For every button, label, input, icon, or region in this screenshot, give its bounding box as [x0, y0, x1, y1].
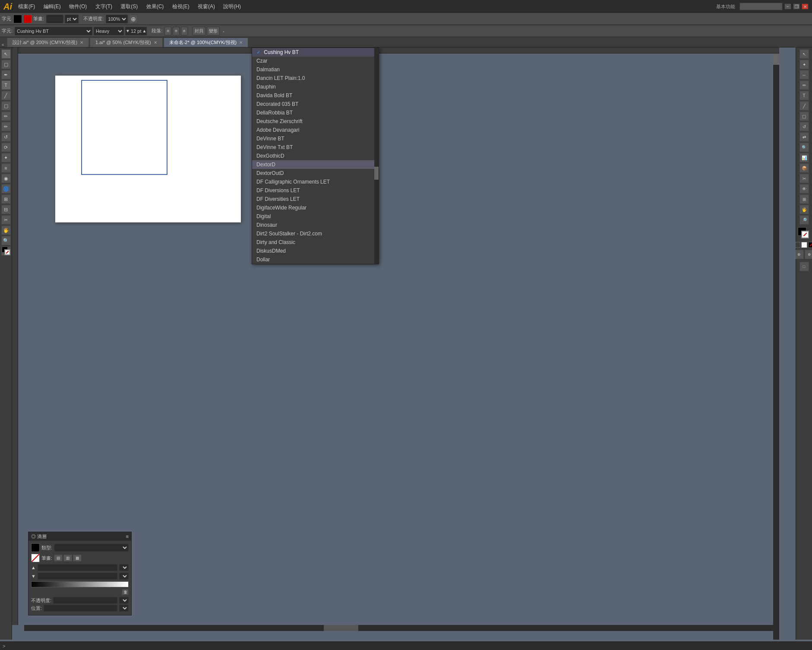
layer-btn-3[interactable]: ▦ — [73, 555, 82, 561]
menu-select[interactable]: 選取(S) — [117, 3, 141, 10]
layer-black-swatch[interactable] — [31, 543, 40, 552]
rt-select[interactable]: ↖ — [799, 49, 809, 59]
layers-type-select[interactable] — [54, 544, 129, 552]
tab-0-close[interactable]: ✕ — [80, 40, 83, 45]
rt-hand[interactable]: 🖐 — [799, 205, 809, 214]
tool-select[interactable]: ↖ — [1, 49, 11, 59]
layers-opacity-dropdown[interactable] — [119, 564, 129, 571]
black-btn[interactable] — [808, 242, 812, 248]
tool-slice[interactable]: ✂ — [1, 215, 11, 225]
font-item-15[interactable]: DF Calligraphic Ornaments LET — [252, 178, 379, 186]
align-right-btn[interactable]: ≡ — [181, 27, 188, 35]
fill-swatch[interactable] — [13, 15, 22, 23]
font-item-6[interactable]: Decorated 035 BT — [252, 100, 379, 108]
rt-chart[interactable]: 📊 — [799, 153, 809, 162]
menu-object[interactable]: 物件(O) — [66, 3, 90, 10]
tool-hand[interactable]: 🖐 — [1, 225, 11, 235]
align-center-btn[interactable]: ≡ — [173, 27, 180, 35]
layers-position-dropdown[interactable] — [119, 573, 129, 580]
font-item-22[interactable]: Dirty and Classic — [252, 238, 379, 247]
rt-type[interactable]: T — [799, 91, 809, 100]
stroke-input[interactable] — [46, 15, 63, 23]
rt-zoom[interactable]: 🔎 — [799, 215, 809, 225]
menu-view[interactable]: 檢視(E) — [169, 3, 193, 10]
rt-node[interactable]: ✦ — [799, 60, 809, 69]
font-item-21[interactable]: Dirt2 SoulStalker - Dirt2.com — [252, 229, 379, 238]
position-value-input[interactable] — [44, 605, 117, 612]
font-item-20[interactable]: Dinosaur — [252, 221, 379, 229]
white-btn[interactable] — [801, 242, 807, 248]
font-item-10[interactable]: DeVinne BT — [252, 134, 379, 143]
font-item-0[interactable]: ✓ Cushing Hv BT — [252, 48, 379, 57]
font-item-2[interactable]: Dalmatian — [252, 65, 379, 74]
horizontal-scrollbar[interactable] — [24, 625, 773, 631]
tab-1[interactable]: 1.ai* @ 50% (CMYK/預視) ✕ — [90, 38, 163, 47]
font-item-24[interactable]: Dollar — [252, 255, 379, 264]
panel-toggle[interactable]: « — [2, 42, 4, 47]
tool-paintbrush[interactable]: ✏ — [1, 111, 11, 121]
menu-edit[interactable]: 編輯(E) — [40, 3, 64, 10]
rt-rotate[interactable]: ↺ — [799, 122, 809, 131]
font-item-3[interactable]: Dancin LET Plain:1.0 — [252, 74, 379, 82]
tool-pen[interactable]: ✒ — [1, 70, 11, 79]
gradient-trash-btn[interactable]: 🗑 — [122, 589, 129, 595]
horizontal-scroll-thumb[interactable] — [324, 625, 358, 631]
minimize-button[interactable]: − — [784, 3, 791, 10]
font-item-16[interactable]: DF Diversions LET — [252, 186, 379, 195]
opacity-select[interactable]: 100% — [106, 15, 128, 23]
layers-menu-icon[interactable]: ≡ — [126, 534, 129, 539]
font-size-up[interactable]: ▲ — [142, 29, 146, 33]
menu-help[interactable]: 說明(H) — [220, 3, 244, 10]
font-item-7[interactable]: DellaRobbia BT — [252, 108, 379, 117]
tool-blend[interactable]: ◉ — [1, 174, 11, 183]
stroke-swatch[interactable] — [23, 15, 32, 23]
tool-pencil[interactable]: ✏ — [1, 122, 11, 131]
tool-zoom[interactable]: 🔍 — [1, 236, 11, 245]
tool-warp[interactable]: ✦ — [1, 153, 11, 162]
layer-stroke-swatch[interactable] — [31, 554, 40, 562]
rt-magnify[interactable]: 🔍 — [799, 143, 809, 152]
vertical-scrollbar[interactable] — [773, 48, 779, 640]
font-item-13[interactable]: DextorD — [252, 160, 379, 169]
layers-opacity-input[interactable] — [38, 564, 117, 571]
rt-line[interactable]: ╱ — [799, 101, 809, 111]
tool-rotate[interactable]: ↺ — [1, 132, 11, 142]
font-item-1[interactable]: Czar — [252, 57, 379, 65]
search-input[interactable] — [739, 3, 783, 10]
font-name-select[interactable]: Cushing Hv BT — [15, 27, 92, 35]
close-button[interactable]: ✕ — [802, 3, 809, 10]
tab-0[interactable]: 設計.ai* @ 200% (CMYK/預視) ✕ — [7, 38, 89, 47]
font-item-4[interactable]: Dauphin — [252, 82, 379, 91]
tool-direct-select[interactable]: ▢ — [1, 60, 11, 69]
font-dropdown-scrollbar[interactable] — [374, 48, 379, 264]
rt-eye[interactable]: 👁 — [799, 184, 809, 193]
tab-2-close[interactable]: ✕ — [239, 40, 243, 45]
layer-btn-1[interactable]: ▤ — [54, 555, 63, 561]
rt-shape[interactable]: ▢ — [799, 111, 809, 121]
tool-scale[interactable]: ⟳ — [1, 143, 11, 152]
gradient-btn[interactable]: ⊕ — [805, 250, 812, 259]
tool-type[interactable]: T — [1, 80, 11, 90]
document-text-frame[interactable] — [81, 80, 167, 175]
tab-2[interactable]: 未命名-2* @ 100%(CMYK/預視) ✕ — [164, 38, 249, 47]
font-item-18[interactable]: DigifaceWide Regular — [252, 203, 379, 212]
font-item-14[interactable]: DextorOutD — [252, 169, 379, 178]
font-item-9[interactable]: Adobe Devanagari — [252, 126, 379, 134]
font-item-19[interactable]: Digital — [252, 212, 379, 221]
font-item-5[interactable]: Davida Bold BT — [252, 91, 379, 100]
position-dropdown[interactable] — [119, 605, 129, 612]
tool-artboard[interactable]: ⊟ — [1, 205, 11, 214]
navigator-btn[interactable]: □ — [799, 262, 809, 271]
font-size-down[interactable]: ▼ — [126, 29, 130, 33]
workspace-selector[interactable]: 基本功能 — [716, 3, 735, 10]
rt-reflect[interactable]: ⇄ — [799, 132, 809, 142]
menu-file[interactable]: 檔案(F) — [15, 3, 38, 10]
rt-transform[interactable]: ↔ — [799, 70, 809, 79]
font-item-23[interactable]: DiskusDMed — [252, 247, 379, 255]
font-item-12[interactable]: DexGothicD — [252, 152, 379, 160]
distort-btn[interactable]: 變形 — [207, 27, 220, 35]
menu-effect[interactable]: 效果(C) — [143, 3, 167, 10]
rt-cut[interactable]: ✂ — [799, 174, 809, 183]
tool-width[interactable]: ≡ — [1, 163, 11, 173]
opacity-value-input[interactable] — [53, 597, 117, 604]
